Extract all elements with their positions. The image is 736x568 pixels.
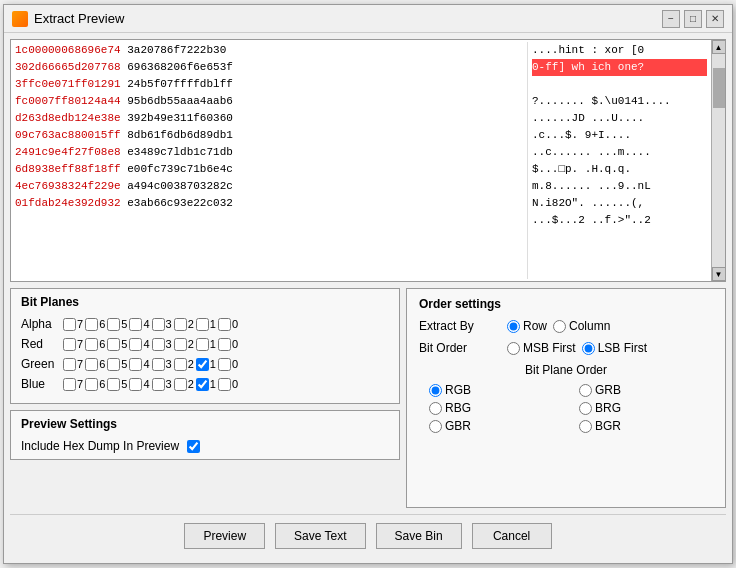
- red-bit2-check[interactable]: [174, 338, 187, 351]
- green-bit6-check[interactable]: [85, 358, 98, 371]
- alpha-label: Alpha: [21, 317, 59, 331]
- blue-bit3-check[interactable]: [152, 378, 165, 391]
- red-row: Red 7 6 5 4 3 2 1 0: [21, 337, 389, 351]
- green-bit2-check[interactable]: [174, 358, 187, 371]
- rbg-option: RBG: [429, 401, 563, 415]
- extract-by-row: Extract By Row Column: [419, 319, 713, 333]
- green-bit1-check[interactable]: [196, 358, 209, 371]
- main-content: 1c00000068696e74 3a20786f7222b30 302d666…: [4, 33, 732, 563]
- blue-bit6-check[interactable]: [85, 378, 98, 391]
- red-label: Red: [21, 337, 59, 351]
- column-radio[interactable]: [553, 320, 566, 333]
- bit-planes-title: Bit Planes: [21, 295, 389, 309]
- lsb-label: LSB First: [598, 341, 647, 355]
- row-radio[interactable]: [507, 320, 520, 333]
- hex-column: 1c00000068696e74 3a20786f7222b30 302d666…: [15, 42, 527, 279]
- grb-radio[interactable]: [579, 384, 592, 397]
- scrollbar[interactable]: ▲ ▼: [711, 40, 725, 281]
- minimize-button[interactable]: −: [662, 10, 680, 28]
- brg-radio[interactable]: [579, 402, 592, 415]
- alpha-bit3: 3: [152, 318, 172, 331]
- red-bit5-check[interactable]: [107, 338, 120, 351]
- maximize-button[interactable]: □: [684, 10, 702, 28]
- rbg-radio[interactable]: [429, 402, 442, 415]
- bgr-option: BGR: [579, 419, 713, 433]
- preview-button[interactable]: Preview: [184, 523, 265, 549]
- red-bit3-check[interactable]: [152, 338, 165, 351]
- row-label: Row: [523, 319, 547, 333]
- save-bin-button[interactable]: Save Bin: [376, 523, 462, 549]
- alpha-bit5: 5: [107, 318, 127, 331]
- red-bit4-check[interactable]: [129, 338, 142, 351]
- green-bit0-check[interactable]: [218, 358, 231, 371]
- blue-bit2-check[interactable]: [174, 378, 187, 391]
- blue-bit5-check[interactable]: [107, 378, 120, 391]
- green-checkboxes: 7 6 5 4 3 2 1 0: [63, 358, 238, 371]
- red-bit7-check[interactable]: [63, 338, 76, 351]
- alpha-bit0: 0: [218, 318, 238, 331]
- red-bit1-check[interactable]: [196, 338, 209, 351]
- scroll-thumb[interactable]: [713, 68, 725, 108]
- scroll-down-arrow[interactable]: ▼: [712, 267, 726, 281]
- bit-order-label: Bit Order: [419, 341, 499, 355]
- blue-bit4-check[interactable]: [129, 378, 142, 391]
- cancel-button[interactable]: Cancel: [472, 523, 552, 549]
- alpha-bit4: 4: [129, 318, 149, 331]
- grb-option: GRB: [579, 383, 713, 397]
- gbr-radio[interactable]: [429, 420, 442, 433]
- blue-bit0-check[interactable]: [218, 378, 231, 391]
- blue-bit1-check[interactable]: [196, 378, 209, 391]
- title-bar: Extract Preview − □ ✕: [4, 5, 732, 33]
- alpha-bit6-check[interactable]: [85, 318, 98, 331]
- msb-radio[interactable]: [507, 342, 520, 355]
- green-bit4-check[interactable]: [129, 358, 142, 371]
- green-bit7-check[interactable]: [63, 358, 76, 371]
- close-button[interactable]: ✕: [706, 10, 724, 28]
- app-icon: [12, 11, 28, 27]
- alpha-checkboxes: 7 6 5 4 3 2 1 0: [63, 318, 238, 331]
- alpha-bit5-check[interactable]: [107, 318, 120, 331]
- red-bit0-check[interactable]: [218, 338, 231, 351]
- bit-planes-section: Bit Planes Alpha 7 6 5 4 3 2 1 0: [10, 288, 400, 404]
- column-option: Column: [553, 319, 610, 333]
- alpha-bit0-check[interactable]: [218, 318, 231, 331]
- row-option: Row: [507, 319, 547, 333]
- save-text-button[interactable]: Save Text: [275, 523, 365, 549]
- bit-order-options: MSB First LSB First: [507, 341, 647, 355]
- blue-checkboxes: 7 6 5 4 3 2 1 0: [63, 378, 238, 391]
- bgr-radio[interactable]: [579, 420, 592, 433]
- bit-plane-order-grid: RGB GRB RBG BRG: [419, 383, 713, 433]
- alpha-bit2-check[interactable]: [174, 318, 187, 331]
- ascii-column: ....hint : xor [0 0-ff] wh ich one? ?...…: [527, 42, 707, 279]
- alpha-bit7-check[interactable]: [63, 318, 76, 331]
- green-label: Green: [21, 357, 59, 371]
- order-settings-section: Order settings Extract By Row Column: [406, 288, 726, 508]
- preview-area: 1c00000068696e74 3a20786f7222b30 302d666…: [10, 39, 726, 282]
- rgb-option: RGB: [429, 383, 563, 397]
- red-checkboxes: 7 6 5 4 3 2 1 0: [63, 338, 238, 351]
- brg-option: BRG: [579, 401, 713, 415]
- extract-by-options: Row Column: [507, 319, 610, 333]
- alpha-row: Alpha 7 6 5 4 3 2 1 0: [21, 317, 389, 331]
- hex-dump-checkbox[interactable]: [187, 440, 200, 453]
- bit-plane-order-section: Bit Plane Order RGB GRB RBG: [419, 363, 713, 433]
- lsb-radio[interactable]: [582, 342, 595, 355]
- blue-row: Blue 7 6 5 4 3 2 1 0: [21, 377, 389, 391]
- alpha-bit7: 7: [63, 318, 83, 331]
- green-bit3-check[interactable]: [152, 358, 165, 371]
- red-bit6-check[interactable]: [85, 338, 98, 351]
- alpha-bit4-check[interactable]: [129, 318, 142, 331]
- alpha-bit3-check[interactable]: [152, 318, 165, 331]
- scroll-up-arrow[interactable]: ▲: [712, 40, 726, 54]
- gbr-option: GBR: [429, 419, 563, 433]
- hex-dump-label: Include Hex Dump In Preview: [21, 439, 179, 453]
- blue-label: Blue: [21, 377, 59, 391]
- alpha-bit1-check[interactable]: [196, 318, 209, 331]
- blue-bit7-check[interactable]: [63, 378, 76, 391]
- green-bit5-check[interactable]: [107, 358, 120, 371]
- preview-settings-inner: Include Hex Dump In Preview: [21, 439, 389, 453]
- rgb-radio[interactable]: [429, 384, 442, 397]
- window-controls: − □ ✕: [662, 10, 724, 28]
- hex-text-display: 1c00000068696e74 3a20786f7222b30 302d666…: [11, 40, 711, 281]
- column-label: Column: [569, 319, 610, 333]
